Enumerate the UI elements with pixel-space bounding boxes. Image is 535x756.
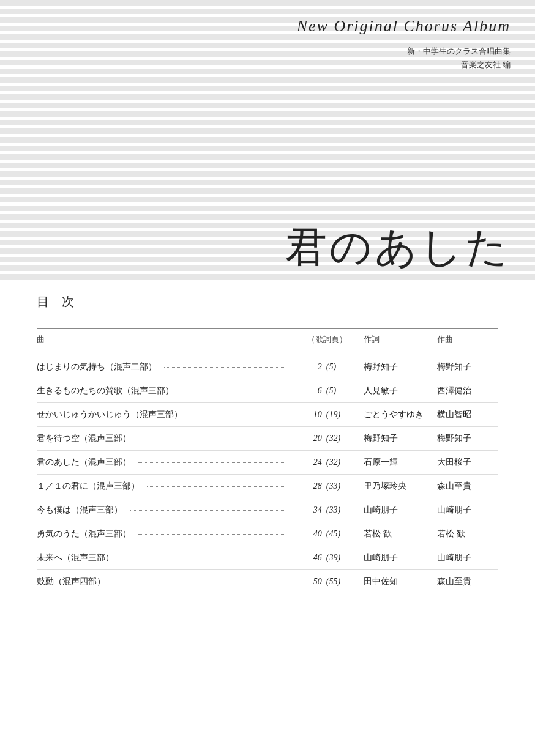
table-row: 君のあした（混声三部） 24 (32) 石原一輝 大田桜子 xyxy=(37,451,498,475)
table-row: 今も僕は（混声三部） 34 (33) 山崎朋子 山崎朋子 xyxy=(37,498,498,522)
composer-name: 森山至貴 xyxy=(437,576,498,587)
page-number: 24 (32) xyxy=(290,458,364,467)
page-number: 50 (55) xyxy=(290,577,364,587)
col-header-composer: 作曲 xyxy=(437,334,498,345)
song-name: １／１の君に（混声三部） xyxy=(37,481,290,492)
composer-name: 西澤健治 xyxy=(437,385,498,396)
table-row: 生きるものたちの賛歌（混声三部） 6 (5) 人見敏子 西澤健治 xyxy=(37,379,498,403)
section-title: 目 次 xyxy=(37,294,498,310)
song-name-text: 生きるものたちの賛歌（混声三部） xyxy=(37,385,174,396)
song-name: 鼓動（混声四部） xyxy=(37,576,290,587)
song-name-text: 鼓動（混声四部） xyxy=(37,576,105,587)
song-name-text: 今も僕は（混声三部） xyxy=(37,505,122,516)
song-name-text: 未来へ（混声三部） xyxy=(37,552,114,563)
page-number: 28 (33) xyxy=(290,481,364,491)
song-name-text: 君のあした（混声三部） xyxy=(37,457,131,468)
dots-leader xyxy=(138,462,286,463)
main-title: New Original Chorus Album xyxy=(297,17,511,35)
col-header-page: （歌詞頁） xyxy=(290,334,364,345)
table-row: はじまりの気持ち（混声二部） 2 (5) 梅野知子 梅野知子 xyxy=(37,355,498,379)
lyricist-name: 山崎朋子 xyxy=(364,552,437,563)
dots-leader xyxy=(121,558,286,558)
song-name: 今も僕は（混声三部） xyxy=(37,505,290,516)
lyricist-name: 里乃塚玲央 xyxy=(364,481,437,492)
toc-rows: はじまりの気持ち（混声二部） 2 (5) 梅野知子 梅野知子 生きるものたちの賛… xyxy=(37,355,498,593)
composer-name: 梅野知子 xyxy=(437,433,498,444)
song-name-text: はじまりの気持ち（混声二部） xyxy=(37,361,157,372)
dots-leader xyxy=(190,415,286,415)
song-name-text: 勇気のうた（混声三部） xyxy=(37,528,131,539)
composer-name: 森山至貴 xyxy=(437,481,498,492)
table-row: 勇気のうた（混声三部） 40 (45) 若松 歓 若松 歓 xyxy=(37,522,498,546)
lyricist-name: 若松 歓 xyxy=(364,528,437,539)
dots-leader xyxy=(113,582,286,582)
page-number: 20 (32) xyxy=(290,434,364,443)
song-name-text: 君を待つ空（混声三部） xyxy=(37,433,131,444)
dots-leader xyxy=(138,534,286,535)
large-title: 君のあした xyxy=(285,220,511,275)
song-name-text: せかいじゅうかいじゅう（混声三部） xyxy=(37,409,182,420)
composer-name: 山崎朋子 xyxy=(437,505,498,516)
col-header-title: 曲 xyxy=(37,334,290,345)
lyricist-name: 梅野知子 xyxy=(364,361,437,372)
song-name: 未来へ（混声三部） xyxy=(37,552,290,563)
lyricist-name: 石原一輝 xyxy=(364,457,437,468)
stripe-header: New Original Chorus Album 新・中学生のクラス合唱曲集 … xyxy=(0,0,535,281)
table-row: 未来へ（混声三部） 46 (39) 山崎朋子 山崎朋子 xyxy=(37,546,498,570)
song-name: 生きるものたちの賛歌（混声三部） xyxy=(37,385,290,396)
lyricist-name: 田中佐知 xyxy=(364,576,437,587)
toc-header: 曲 （歌詞頁） 作詞 作曲 xyxy=(37,328,498,350)
composer-name: 若松 歓 xyxy=(437,528,498,539)
dots-leader xyxy=(164,367,286,368)
song-name-text: １／１の君に（混声三部） xyxy=(37,481,140,492)
dots-leader xyxy=(138,439,286,439)
subtitle1: 新・中学生のクラス合唱曲集 xyxy=(407,46,511,57)
lyricist-name: 梅野知子 xyxy=(364,433,437,444)
page-number: 46 (39) xyxy=(290,553,364,563)
song-name: 君のあした（混声三部） xyxy=(37,457,290,468)
composer-name: 大田桜子 xyxy=(437,457,498,468)
header-subtitle-area: 新・中学生のクラス合唱曲集 音楽之友社 編 xyxy=(407,46,511,70)
dots-leader xyxy=(181,391,286,391)
col-header-lyricist: 作詞 xyxy=(364,334,437,345)
page-number: 40 (45) xyxy=(290,529,364,539)
page-number: 6 (5) xyxy=(290,386,364,396)
page-number: 2 (5) xyxy=(290,362,364,372)
lyricist-name: 山崎朋子 xyxy=(364,505,437,516)
page-number: 34 (33) xyxy=(290,505,364,515)
dots-leader xyxy=(130,510,286,511)
song-name: 君を待つ空（混声三部） xyxy=(37,433,290,444)
lyricist-name: ごとうやすゆき xyxy=(364,409,437,420)
content-area: 目 次 曲 （歌詞頁） 作詞 作曲 はじまりの気持ち（混声二部） 2 (5) 梅… xyxy=(0,294,535,593)
page-number: 10 (19) xyxy=(290,410,364,420)
song-name: 勇気のうた（混声三部） xyxy=(37,528,290,539)
composer-name: 横山智昭 xyxy=(437,409,498,420)
table-row: １／１の君に（混声三部） 28 (33) 里乃塚玲央 森山至貴 xyxy=(37,475,498,498)
song-name: はじまりの気持ち（混声二部） xyxy=(37,361,290,372)
composer-name: 山崎朋子 xyxy=(437,552,498,563)
table-row: 鼓動（混声四部） 50 (55) 田中佐知 森山至貴 xyxy=(37,570,498,593)
subtitle2: 音楽之友社 編 xyxy=(407,59,511,70)
lyricist-name: 人見敏子 xyxy=(364,385,437,396)
composer-name: 梅野知子 xyxy=(437,361,498,372)
song-name: せかいじゅうかいじゅう（混声三部） xyxy=(37,409,290,420)
page: New Original Chorus Album 新・中学生のクラス合唱曲集 … xyxy=(0,0,535,756)
table-row: せかいじゅうかいじゅう（混声三部） 10 (19) ごとうやすゆき 横山智昭 xyxy=(37,403,498,427)
table-row: 君を待つ空（混声三部） 20 (32) 梅野知子 梅野知子 xyxy=(37,427,498,451)
header-title-area: New Original Chorus Album xyxy=(297,17,511,35)
dots-leader xyxy=(147,486,286,487)
